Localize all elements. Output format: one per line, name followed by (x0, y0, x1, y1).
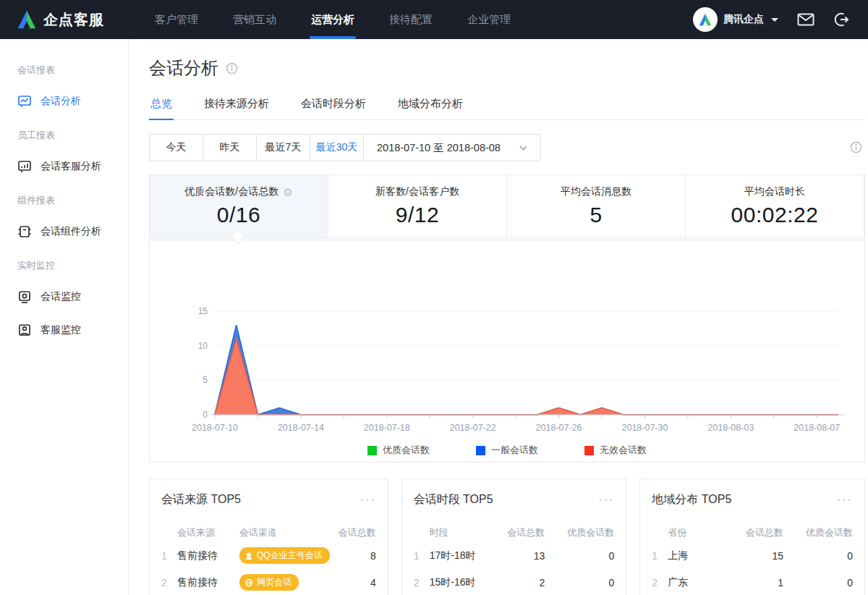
tab-overview[interactable]: 总览 (149, 97, 174, 119)
component-icon (17, 224, 32, 239)
table-row[interactable]: 2 售前接待 网页会话 4 (161, 569, 376, 595)
more-menu-icon[interactable]: ··· (598, 497, 614, 503)
page-info-icon[interactable] (226, 62, 238, 75)
rank-number: 1 (652, 550, 668, 562)
card-title: 地域分布 TOP5 (652, 492, 731, 507)
nav-operation-analysis[interactable]: 运营分析 (294, 0, 372, 39)
filter-last30days-button[interactable]: 最近30天 (310, 135, 364, 161)
app-logo[interactable]: 企点客服 (16, 9, 124, 30)
nav-marketing-interaction[interactable]: 营销互动 (216, 0, 294, 39)
province-name: 上海 (668, 549, 718, 562)
legend-label: 无效会话数 (600, 444, 647, 457)
stat-label: 平均会话时长 (744, 185, 805, 198)
legend-swatch-blue (476, 446, 485, 455)
nav-customer-management[interactable]: 客户管理 (137, 0, 216, 39)
page-title: 会话分析 (149, 56, 218, 80)
svg-text:2018-07-10: 2018-07-10 (192, 423, 238, 433)
more-menu-icon[interactable]: ··· (360, 497, 376, 503)
qq-icon (244, 552, 253, 560)
date-range-value: 2018-07-10 至 2018-08-08 (377, 141, 501, 155)
date-range-select[interactable]: 2018-07-10 至 2018-08-08 (364, 135, 540, 161)
table-row[interactable]: 1 上海 15 0 (652, 542, 853, 569)
gear-icon[interactable]: ⚙ (283, 187, 292, 198)
nav-reception-config[interactable]: 接待配置 (372, 0, 450, 39)
session-count: 2 (480, 577, 545, 588)
table-header: 省份 会话总数 优质会话数 (652, 526, 853, 539)
session-count: 1 (718, 577, 783, 588)
rank-number: 2 (652, 577, 668, 588)
agent-monitor-icon (17, 323, 32, 337)
legend-quality-sessions[interactable]: 优质会话数 (367, 444, 430, 457)
svg-text:10: 10 (198, 341, 208, 351)
sidebar-item-session-component-analysis[interactable]: 会话组件分析 (0, 217, 128, 246)
table-row[interactable]: 2 15时-16时 2 0 (414, 569, 615, 595)
chevron-down-icon (519, 145, 527, 151)
sidebar-item-label: 会话组件分析 (41, 225, 101, 238)
mail-icon[interactable] (797, 13, 814, 26)
session-count: 15 (718, 550, 783, 562)
tab-session-period[interactable]: 会话时段分析 (299, 97, 367, 119)
card-title: 会话时段 TOP5 (414, 492, 493, 507)
svg-text:2018-08-07: 2018-08-07 (793, 423, 840, 433)
web-icon (244, 578, 253, 587)
sidebar-item-session-analysis[interactable]: 会话分析 (0, 87, 128, 116)
top-nav: 企点客服 客户管理 营销互动 运营分析 接待配置 企业管理 腾讯企点 (0, 0, 868, 39)
table-row[interactable]: 2 广东 1 0 (652, 569, 853, 595)
svg-text:2018-07-26: 2018-07-26 (536, 423, 582, 433)
period-name: 17时-18时 (430, 549, 480, 562)
source-name: 售前接待 (177, 576, 239, 589)
svg-text:2018-07-22: 2018-07-22 (450, 423, 496, 433)
more-menu-icon[interactable]: ··· (837, 497, 853, 503)
table-header: 时段 会话总数 优质会话数 (414, 526, 615, 539)
filter-today-button[interactable]: 今天 (150, 135, 203, 161)
nav-enterprise-management[interactable]: 企业管理 (450, 0, 528, 39)
table-row[interactable]: 1 售前接待 QQ企业主号会话 8 (161, 542, 376, 569)
stat-new-customers[interactable]: 新客数/会话客户数 9/12 (328, 175, 507, 237)
card-session-source-top5: 会话来源 TOP5 ··· 会话来源 会话渠道 会话总数 1 售前接待 (149, 478, 388, 595)
session-monitor-icon (17, 290, 32, 304)
filter-info-icon[interactable] (850, 141, 862, 153)
sidebar-item-label: 会话分析 (41, 95, 81, 108)
channel-badge: QQ企业主号会话 (239, 547, 330, 564)
card-session-period-top5: 会话时段 TOP5 ··· 时段 会话总数 优质会话数 1 17时-18时 13… (401, 478, 627, 595)
logout-icon[interactable] (833, 12, 849, 28)
sidebar-item-label: 会话客服分析 (41, 160, 101, 173)
sidebar-item-agent-monitor[interactable]: 客服监控 (0, 316, 128, 345)
legend-general-sessions[interactable]: 一般会话数 (476, 444, 538, 457)
svg-text:2018-08-03: 2018-08-03 (707, 423, 754, 433)
stat-quality-total-sessions[interactable]: 优质会话数/会话总数 ⚙ 0/16 (150, 175, 328, 237)
area-chart[interactable]: 0510152018-07-102018-07-142018-07-182018… (163, 266, 850, 436)
svg-text:2018-07-14: 2018-07-14 (278, 423, 324, 433)
legend-invalid-sessions[interactable]: 无效会话数 (584, 444, 647, 457)
sidebar-item-session-agent-analysis[interactable]: 会话客服分析 (0, 152, 128, 181)
channel-badge: 网页会话 (239, 574, 299, 591)
date-filter-row: 今天 昨天 最近7天 最近30天 2018-07-10 至 2018-08-08 (149, 134, 865, 161)
stats-panel: 优质会话数/会话总数 ⚙ 0/16 新客数/会话客户数 9/12 平均会话消息数… (149, 174, 865, 238)
session-trend-chart: 0510152018-07-102018-07-142018-07-182018… (149, 240, 865, 463)
avatar-logo-icon (698, 12, 712, 27)
sidebar-item-session-monitor[interactable]: 会话监控 (0, 282, 128, 311)
stat-avg-duration[interactable]: 平均会话时长 00:02:22 (686, 175, 864, 237)
stat-value: 0/16 (217, 203, 260, 227)
filter-last7days-button[interactable]: 最近7天 (257, 135, 310, 161)
filter-yesterday-button[interactable]: 昨天 (203, 135, 257, 161)
stat-label: 平均会话消息数 (561, 185, 631, 198)
main-menu: 客户管理 营销互动 运营分析 接待配置 企业管理 (137, 0, 528, 39)
date-range-group: 今天 昨天 最近7天 最近30天 2018-07-10 至 2018-08-08 (149, 134, 541, 161)
quality-count: 0 (545, 550, 614, 562)
avatar (693, 7, 718, 32)
table-row[interactable]: 1 17时-18时 13 0 (414, 542, 615, 569)
sidebar-section-component-reports: 组件报表 (0, 188, 128, 217)
top5-cards-row: 会话来源 TOP5 ··· 会话来源 会话渠道 会话总数 1 售前接待 (149, 478, 865, 595)
stat-avg-messages[interactable]: 平均会话消息数 5 (507, 175, 686, 237)
account-name: 腾讯企点 (723, 13, 764, 26)
svg-text:15: 15 (198, 306, 208, 316)
account-menu[interactable]: 腾讯企点 (693, 7, 778, 32)
quality-count: 0 (783, 577, 853, 588)
sidebar-section-session-reports: 会话报表 (0, 58, 128, 87)
legend-label: 一般会话数 (491, 444, 538, 457)
app-title: 企点客服 (43, 10, 104, 30)
tab-reception-source[interactable]: 接待来源分析 (203, 97, 271, 119)
session-count: 13 (480, 550, 545, 562)
tab-region-distribution[interactable]: 地域分布分析 (396, 97, 464, 119)
